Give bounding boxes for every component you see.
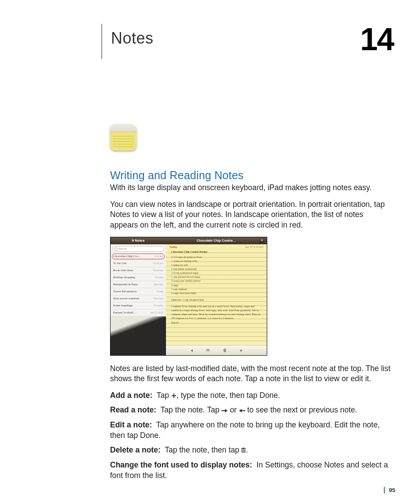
note-list-date: Friday	[157, 290, 163, 293]
after-screenshot-paragraph: Notes are listed by last-modified date, …	[110, 364, 392, 384]
ingredient-line: 1 cup packed brown sugar	[171, 275, 262, 279]
instruction-font-label: Change the font used to display notes:	[110, 460, 252, 469]
svg-rect-3	[241, 449, 246, 449]
search-placeholder: Search	[118, 247, 127, 250]
note-list-title: Book club ideas	[113, 269, 133, 272]
trash-inline-icon	[241, 448, 246, 453]
notes-sidebar: 9 Notes Search Chocolate Chip Coo…9:41 a…	[111, 237, 166, 355]
note-list-date: Yesterday	[153, 269, 163, 272]
note-list-date: 9:41 am	[155, 255, 163, 258]
note-list-row: Holiday shoppingSunday	[111, 274, 166, 281]
instruction-font: Change the font used to display notes: I…	[110, 460, 392, 481]
note-directions: Combine flour, baking soda and salt in a…	[171, 304, 262, 320]
note-list-title: Holiday shopping	[113, 276, 135, 279]
instruction-add-pre: Tap	[157, 391, 171, 400]
page-number: 95	[384, 487, 395, 493]
note-list-title: Fantasy football…	[113, 311, 136, 314]
instruction-delete: Delete a note: Tap the note, then tap .	[110, 445, 392, 456]
note-list-title: To Do List	[113, 261, 126, 265]
instruction-delete-pre: Tap the note, then tap	[165, 445, 241, 454]
note-list-title: Restaurants in Paris	[113, 283, 138, 286]
note-list-title: Poker standings	[113, 304, 133, 307]
leather-cover	[111, 316, 166, 355]
note-list-row: To Do List11:52 am	[111, 260, 166, 267]
note-list-date: Saturday	[154, 283, 163, 286]
note-optional-line: Optional: 1 cup chopped nuts	[171, 298, 262, 302]
instruction-add-label: Add a note:	[110, 391, 152, 400]
note-header-title: Chocolate Chip Cookie…	[197, 239, 236, 243]
note-list-row: Poker standingsThursday	[111, 302, 166, 309]
notes-app-icon	[110, 124, 136, 151]
content-column: Writing and Reading Notes With its large…	[110, 124, 392, 485]
instruction-edit-label: Edit a note:	[110, 420, 152, 429]
instruction-edit: Edit a note: Tap anywhere on the note to…	[110, 420, 392, 441]
trash-icon: 🗑	[223, 348, 227, 353]
note-today-label: Today	[169, 246, 177, 248]
note-meta: Today Jan 27 9:41 AM	[166, 244, 267, 249]
ingredient-line: 1 cup oatmeal	[171, 287, 262, 291]
instruction-read-post: to see the next or previous note.	[245, 405, 357, 414]
note-list-date: 11:52 am	[153, 262, 163, 265]
notes-count-header: 9 Notes	[111, 237, 166, 244]
plus-icon	[171, 393, 177, 398]
note-title-bar: Chocolate Chip Cookie… +	[166, 237, 267, 244]
note-list-title: Chocolate Chip Coo…	[113, 254, 141, 258]
ingredient-line: 1 cup butter (softened)	[171, 267, 262, 271]
svg-rect-1	[172, 395, 176, 396]
note-list-row: Chocolate Chip Coo…9:41 am	[111, 253, 166, 260]
intro-paragraph-1: With its large display and onscreen keyb…	[110, 183, 392, 193]
instruction-read-mid: or	[228, 405, 239, 414]
note-list-title: Kids soccer schedule	[113, 297, 139, 300]
intro-paragraph-2: You can view notes in landscape or portr…	[110, 199, 392, 231]
note-list-row: Book club ideasYesterday	[111, 267, 166, 274]
chapter-number: 14	[360, 21, 394, 57]
note-list-date: Thursday	[153, 304, 163, 307]
note-datetime: Jan 27 9:41 AM	[245, 246, 263, 248]
instruction-add: Add a note: Tap , type the note, then ta…	[110, 390, 392, 401]
note-list-date: Thursday	[153, 297, 163, 300]
ingredient-line: 2 1/4 cups all-purpose flour	[171, 255, 262, 259]
note-body: Chocolate Chip Cookie Recipe 2 1/4 cups …	[166, 249, 267, 345]
note-list-row: Kids soccer scheduleThursday	[111, 295, 166, 302]
search-field: Search	[113, 246, 164, 252]
note-list-row: Fantasy football…Jan 11 2010	[111, 309, 166, 316]
instruction-delete-post: .	[246, 445, 248, 454]
ingredient-line: 2 eggs	[171, 283, 262, 287]
ingredient-line: 1 teaspoon salt	[171, 263, 262, 267]
note-list-row: Restaurants in ParisSaturday	[111, 281, 166, 288]
prev-note-icon: ◂	[191, 348, 193, 353]
section-heading: Writing and Reading Notes	[110, 169, 392, 182]
chapter-header: Notes 14	[101, 24, 394, 59]
note-list-row: Travel InformationFriday	[111, 288, 166, 295]
note-toolbar: ◂ ✉ 🗑 ▸	[166, 345, 267, 355]
note-recipe-title: Chocolate Chip Cookie Recipe	[171, 250, 262, 254]
note-list-date: Sunday	[155, 276, 163, 279]
ingredient-line: 2 cups chocolate chips	[171, 291, 262, 295]
ingredient-line: 2 teaspoons vanilla extract	[171, 279, 262, 283]
arrow-left-icon	[239, 408, 245, 413]
note-enjoy: Enjoy!	[171, 320, 262, 324]
next-note-icon: ▸	[240, 348, 243, 353]
instruction-read: Read a note: Tap the note. Tap or to see…	[110, 405, 392, 416]
instruction-read-pre: Tap the note. Tap	[160, 405, 221, 414]
ipad-notes-screenshot: 9 Notes Search Chocolate Chip Coo…9:41 a…	[110, 237, 267, 356]
note-pane: Chocolate Chip Cookie… + Today Jan 27 9:…	[166, 237, 267, 355]
chapter-title: Notes	[111, 29, 154, 48]
svg-rect-4	[243, 448, 244, 449]
ingredient-line: 1/4 cup granulated sugar	[171, 271, 262, 275]
note-list-title: Travel Information	[113, 290, 136, 293]
manual-page: Notes 14 Writing and Reading Notes With …	[0, 0, 420, 504]
instruction-delete-label: Delete a note:	[110, 445, 161, 454]
arrow-right-icon	[221, 408, 228, 413]
mail-icon: ✉	[206, 348, 210, 353]
instruction-read-label: Read a note:	[110, 405, 156, 414]
note-list-date: Jan 11 2010	[150, 311, 163, 314]
ingredient-line: 1 teaspoon baking soda	[171, 259, 262, 263]
instruction-add-post: , type the note, then tap Done.	[177, 391, 280, 400]
add-note-plus-icon: +	[259, 238, 265, 243]
